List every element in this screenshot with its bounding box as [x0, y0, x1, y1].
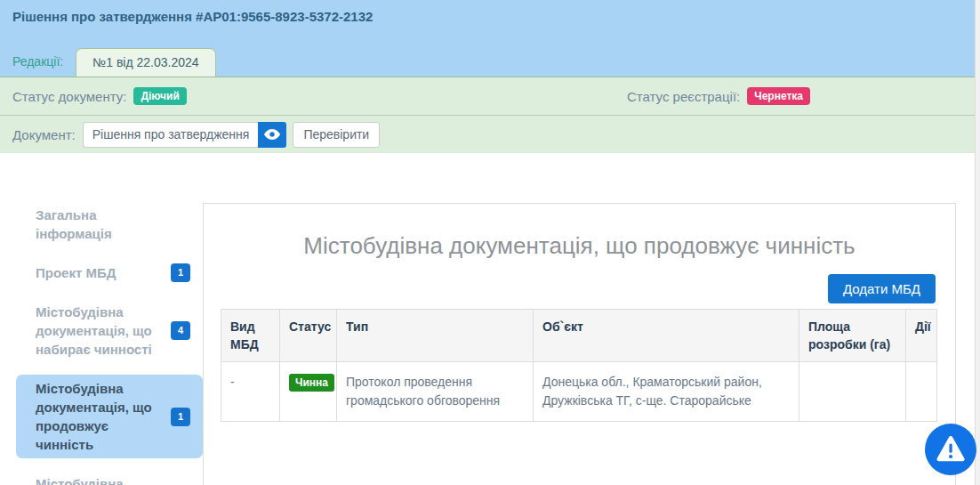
warning-triangle-icon: [936, 435, 966, 464]
col-header-status: Статус: [280, 310, 337, 362]
doc-status-badge: Діючий: [133, 87, 186, 105]
document-group: Рішення про затвердження: [83, 122, 287, 148]
status-badge: Чинна: [289, 374, 334, 392]
status-bar: Статус документу: Діючий Статус реєстрац…: [0, 77, 976, 116]
sidebar-item-label: Загальна інформація: [36, 206, 169, 243]
document-bar: Документ: Рішення про затвердження Перев…: [0, 116, 976, 153]
col-header-obiekt: Об`єкт: [534, 310, 799, 362]
content-card: Містобудівна документація, що продовжує …: [203, 203, 956, 485]
count-badge: 4: [171, 321, 190, 340]
sidebar-item-label: Містобудівна документація, що втрачає чи…: [36, 474, 169, 485]
sidebar-item-mbd-project[interactable]: Проект МБД 1: [16, 259, 203, 287]
doc-status-label: Статус документу:: [12, 89, 126, 104]
sidebar: Загальна інформація Проект МБД 1 Містобу…: [0, 153, 203, 485]
sidebar-item-general-info[interactable]: Загальна інформація: [16, 201, 203, 247]
sidebar-item-label: Містобудівна документація, що продовжує …: [36, 379, 169, 454]
cell-status: Чинна: [280, 362, 337, 422]
col-header-vyd-mbd: Вид МБД: [221, 310, 280, 362]
cell-area: [799, 362, 906, 422]
count-badge: 1: [171, 263, 190, 282]
table-row: - Чинна Протокол проведення громадського…: [221, 362, 937, 422]
document-name-box: Рішення про затвердження: [83, 122, 259, 148]
sidebar-item-mbd-losing-force[interactable]: Містобудівна документація, що втрачає чи…: [16, 470, 203, 485]
count-badge: 1: [171, 408, 190, 426]
view-document-button[interactable]: [258, 122, 286, 148]
page-header: Рішення про затвердження #АР01:9565-8923…: [0, 0, 976, 77]
col-header-actions: Дії: [906, 310, 937, 362]
cell-obiekt: Донецька обл., Краматорський район, Друж…: [534, 362, 799, 422]
scrollbar-gutter[interactable]: [975, 0, 980, 485]
eye-icon: [264, 128, 280, 141]
document-label: Документ:: [12, 127, 76, 142]
sidebar-item-label: Містобудівна документація, що набирає чи…: [36, 303, 169, 359]
verify-button[interactable]: Перевірити: [293, 122, 380, 148]
cell-actions: [906, 362, 937, 422]
table-header-row: Вид МБД Статус Тип Об`єкт Площа розробки…: [221, 310, 937, 362]
reg-status-label: Статус реєстрації:: [627, 89, 740, 104]
warning-fab-button[interactable]: [925, 424, 976, 475]
revisions-tabs: Редакції: №1 від 22.03.2024: [12, 48, 216, 77]
reg-status-badge: Чернетка: [747, 87, 810, 105]
tab-revisions-label[interactable]: Редакції:: [12, 54, 76, 77]
section-heading: Містобудівна документація, що продовжує …: [204, 232, 955, 260]
col-header-area: Площа розробки (га): [799, 310, 906, 362]
sidebar-item-label: Проект МБД: [36, 263, 169, 282]
tab-revision-1[interactable]: №1 від 22.03.2024: [76, 48, 215, 77]
cell-typ: Протокол проведення громадського обговор…: [337, 362, 534, 422]
add-mbd-button[interactable]: Додати МБД: [828, 274, 936, 303]
sidebar-item-mbd-continuing-force[interactable]: Містобудівна документація, що продовжує …: [16, 375, 203, 458]
registration-status-group: Статус реєстрації: Чернетка: [627, 87, 810, 105]
page-title: Рішення про затвердження #АР01:9565-8923…: [0, 0, 976, 24]
col-header-typ: Тип: [337, 310, 534, 362]
mbd-table: Вид МБД Статус Тип Об`єкт Площа розробки…: [221, 309, 937, 422]
sidebar-item-mbd-entering-force[interactable]: Містобудівна документація, що набирає чи…: [16, 298, 203, 363]
cell-vyd-mbd: -: [221, 362, 280, 422]
